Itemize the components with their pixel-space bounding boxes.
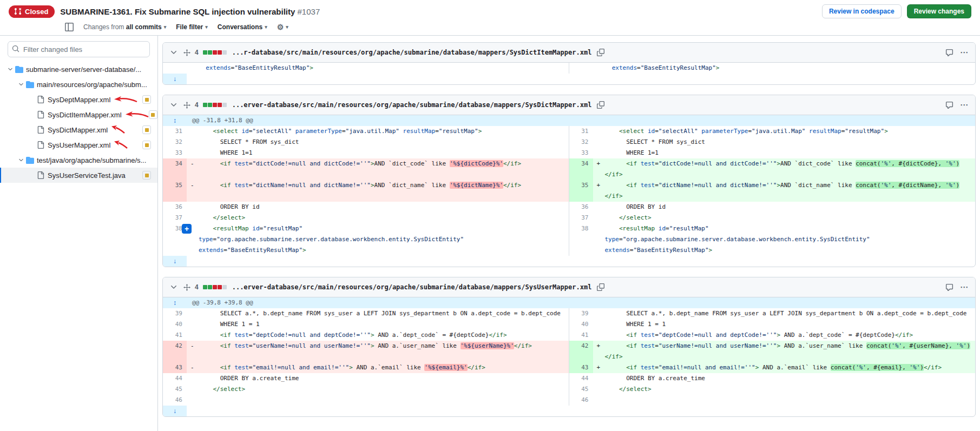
file-filter-input[interactable] (8, 41, 150, 57)
file-options-kebab-icon[interactable]: ⋯ (959, 99, 970, 111)
comment-icon[interactable] (944, 282, 955, 293)
file-options-kebab-icon[interactable]: ⋯ (959, 281, 970, 293)
diff-row: 4646 (163, 395, 975, 406)
chevron-down-icon[interactable] (5, 66, 15, 72)
changes-count: 4 (195, 283, 199, 291)
new-line-number[interactable]: 38 (569, 223, 593, 256)
new-line-number[interactable]: 41 (569, 330, 593, 341)
pr-number[interactable]: #1037 (298, 7, 320, 16)
tree-file-item[interactable]: SysUserMapper.xml (0, 137, 157, 152)
old-code-line: - <if test="userName!=null and userName!… (187, 341, 569, 362)
collapse-file-chevron-icon[interactable] (168, 282, 179, 293)
old-line-number[interactable]: 46 (163, 395, 187, 406)
modified-status-icon (149, 110, 157, 119)
old-line-number[interactable]: 36 (163, 202, 187, 213)
old-line-number[interactable]: 34 (163, 158, 187, 180)
old-line-number[interactable]: 31 (163, 126, 187, 137)
new-line-number[interactable]: 44 (569, 373, 593, 384)
diff-settings-dropdown[interactable]: ⚙▾ (277, 23, 288, 31)
chevron-down-icon[interactable] (16, 157, 26, 163)
expand-down-button[interactable]: ↓ (163, 406, 187, 416)
chevron-down-icon: ▾ (286, 24, 288, 30)
new-line-number[interactable]: 40 (569, 319, 593, 330)
tree-file-item[interactable]: SysUserServiceTest.java (0, 168, 157, 183)
file-path-link[interactable]: ...erver-database/src/main/resources/org… (232, 283, 592, 291)
changes-from-dropdown[interactable]: Changes from all commits▾ (83, 23, 166, 31)
new-line-number[interactable]: 32 (569, 137, 593, 148)
tree-file-item[interactable]: SysDictItemMapper.xml (0, 107, 157, 122)
new-code-line: </select> (593, 213, 976, 223)
old-line-number[interactable]: 37 (163, 213, 187, 223)
modified-status-icon (142, 125, 151, 134)
old-line-number[interactable]: 40 (163, 319, 187, 330)
new-line-number[interactable]: 37 (569, 213, 593, 223)
new-line-number[interactable]: 42 (569, 341, 593, 362)
new-line-number[interactable]: 33 (569, 148, 593, 158)
diff-row: ↕@@ -31,8 +31,8 @@ (163, 115, 975, 126)
old-line-number[interactable]: 38+ (163, 223, 187, 256)
add-line-comment-button[interactable]: + (182, 224, 192, 234)
drag-handle-icon[interactable] (183, 284, 190, 291)
copy-path-icon[interactable] (596, 282, 606, 292)
file-path-link[interactable]: ...r-database/src/main/resources/org/apa… (232, 49, 592, 56)
new-code-line: <resultMap id="resultMap" type="org.apac… (593, 223, 976, 256)
new-line-number[interactable]: 36 (569, 202, 593, 213)
tree-folder-item[interactable]: main/resources/org/apache/subm... (0, 77, 157, 92)
new-line-number[interactable]: 46 (569, 395, 593, 406)
comment-icon[interactable] (944, 48, 955, 58)
copy-path-icon[interactable] (596, 48, 606, 57)
old-line-number[interactable] (163, 63, 187, 74)
folder-icon (26, 156, 37, 164)
file-path-link[interactable]: ...erver-database/src/main/resources/org… (232, 101, 592, 109)
review-in-codespace-button[interactable]: Review in codespace (822, 4, 902, 18)
deletion-sign: - (190, 362, 194, 373)
copy-path-icon[interactable] (596, 100, 606, 110)
expand-hunk-button[interactable]: ↕ (163, 115, 187, 126)
addition-sign: + (597, 341, 601, 352)
new-line-number[interactable]: 45 (569, 384, 593, 395)
chevron-down-icon[interactable] (16, 81, 26, 88)
old-line-number[interactable]: 33 (163, 148, 187, 158)
tree-file-item[interactable]: SysDictMapper.xml (0, 122, 157, 137)
tree-folder-item[interactable]: test/java/org/apache/submarine/s... (0, 152, 157, 168)
comment-icon[interactable] (944, 100, 955, 110)
new-line-number[interactable]: 43 (569, 362, 593, 373)
new-line-number[interactable]: 35 (569, 180, 593, 202)
tree-file-item[interactable]: SysDeptMapper.xml (0, 92, 157, 107)
old-line-number[interactable]: 43 (163, 362, 187, 373)
tree-folder-item[interactable]: submarine-server/server-database/... (0, 62, 157, 77)
new-line-number[interactable]: 34 (569, 158, 593, 180)
diffstat-icon (203, 50, 227, 55)
conversations-dropdown[interactable]: Conversations▾ (218, 23, 267, 31)
old-code-line: WHERE 1=1 (187, 148, 569, 158)
collapse-file-chevron-icon[interactable] (168, 100, 179, 110)
drag-handle-icon[interactable] (183, 102, 190, 109)
old-line-number[interactable]: 41 (163, 330, 187, 341)
new-code-line: SELECT a.*, b.dept_name FROM sys_user a … (593, 308, 976, 319)
expand-down-button[interactable]: ↓ (163, 256, 187, 267)
old-line-number[interactable]: 35 (163, 180, 187, 202)
new-code-line: ORDER BY id (593, 202, 976, 213)
diff-row: ↓ (163, 406, 975, 416)
expand-hunk-button[interactable]: ↕ (163, 297, 187, 308)
drag-handle-icon[interactable] (183, 49, 190, 56)
new-line-number[interactable] (569, 63, 593, 74)
collapse-file-chevron-icon[interactable] (168, 47, 179, 58)
old-line-number[interactable]: 32 (163, 137, 187, 148)
old-code-line: - <if test="dictCode!=null and dictCode!… (187, 158, 569, 180)
old-code-line: ORDER BY a.create_time (187, 373, 569, 384)
file-options-kebab-icon[interactable]: ⋯ (959, 47, 970, 58)
file-icon (37, 171, 48, 179)
review-changes-button[interactable]: Review changes (907, 4, 971, 18)
old-line-number[interactable]: 44 (163, 373, 187, 384)
old-code-line: <resultMap id="resultMap" type="org.apac… (187, 223, 569, 256)
old-line-number[interactable]: 42 (163, 341, 187, 362)
new-line-number[interactable]: 31 (569, 126, 593, 137)
new-line-number[interactable]: 39 (569, 308, 593, 319)
old-line-number[interactable]: 39 (163, 308, 187, 319)
old-code-line: - <if test="email!=null and email!=''"> … (187, 362, 569, 373)
file-filter-dropdown[interactable]: File filter▾ (176, 23, 208, 31)
old-line-number[interactable]: 45 (163, 384, 187, 395)
sidebar-toggle-icon[interactable] (65, 23, 74, 31)
expand-down-button[interactable]: ↓ (163, 74, 187, 84)
